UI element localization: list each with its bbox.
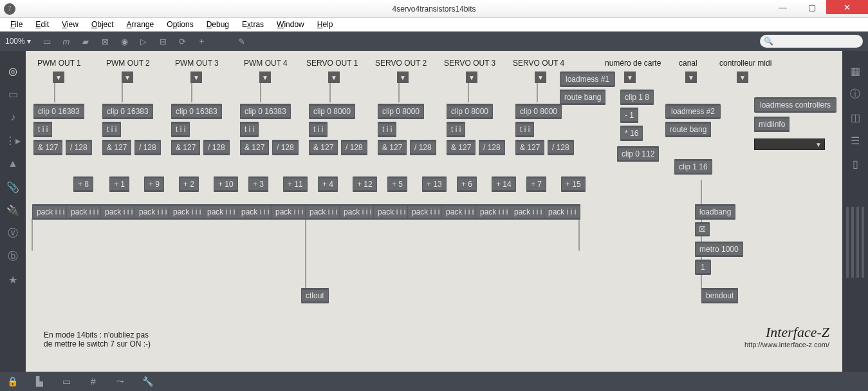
columns-icon[interactable]: ◫ [848,110,862,124]
node-clip-servo4[interactable]: clip 0 8000 [515,104,562,119]
inlet-servo2[interactable]: ▼ [397,72,409,83]
inlet-servo4[interactable]: ▼ [535,72,546,83]
pack-14[interactable]: pack i i i [476,204,512,220]
toolbar-icon-4[interactable]: ⊠ [98,34,112,48]
node-ti-pwm1[interactable]: t i i [33,122,52,137]
node-plus3[interactable]: + 3 [248,176,268,192]
node-plus9[interactable]: + 9 [144,176,164,192]
node-clip-servo3[interactable]: clip 0 8000 [447,104,493,119]
toolbar-icon-6[interactable]: ▷ [136,34,151,48]
node-div-servo4[interactable]: / 128 [548,140,574,155]
book-icon[interactable]: ▯ [848,157,862,171]
node-clip18[interactable]: clip 1 8 [620,90,654,105]
node-metro[interactable]: metro 1000 [695,242,743,257]
node-and-servo1[interactable]: & 127 [309,140,338,155]
palette-image-icon[interactable]: ▲ [6,157,20,171]
node-loadmess2[interactable]: loadmess #2 [665,104,721,119]
pack-6[interactable]: pack i i i [203,204,239,220]
toolbar-icon-2[interactable]: m [59,34,73,48]
palette-plug-icon[interactable]: 🔌 [6,203,20,217]
toolbar-icon-1[interactable]: ▭ [40,34,54,48]
node-plus1[interactable]: + 1 [109,176,129,192]
node-plus11[interactable]: + 11 [283,176,308,192]
node-clip-pwm3[interactable]: clip 0 16383 [171,104,222,119]
menu-debug[interactable]: Debug [201,19,234,30]
node-toggle[interactable]: ☒ [695,222,710,236]
menu-object[interactable]: Object [86,19,119,30]
node-loadbang[interactable]: loadbang [695,204,735,220]
node-loadmess1[interactable]: loadmess #1 [560,72,615,87]
grid-snap-icon[interactable]: # [86,374,100,388]
node-plus14[interactable]: + 14 [492,176,516,192]
node-div-servo1[interactable]: / 128 [341,140,367,155]
menu-extras[interactable]: Extras [237,19,269,30]
pack-10[interactable]: pack i i i [339,204,376,220]
palette-clip-icon[interactable]: 📎 [6,180,20,194]
node-and-pwm4[interactable]: & 127 [240,140,269,155]
minimize-button[interactable]: — [768,0,797,14]
inlet-midi[interactable]: ▼ [737,72,748,83]
grid-icon[interactable]: ▦ [848,64,862,78]
toolbar-icon-5[interactable]: ◉ [117,34,131,48]
wrench-icon[interactable]: 🔧 [140,374,154,388]
pack-15[interactable]: pack i i i [510,204,546,220]
node-ti-servo1[interactable]: t i i [309,122,328,137]
node-ti-servo2[interactable]: t i i [378,122,396,137]
pack-9[interactable]: pack i i i [305,204,342,220]
node-and-servo2[interactable]: & 127 [378,140,407,155]
node-and-servo3[interactable]: & 127 [447,140,476,155]
node-one[interactable]: 1 [695,260,711,275]
layers-icon[interactable]: ▙ [32,374,46,388]
pack-4[interactable]: pack i i i [134,204,171,220]
node-plus5[interactable]: + 5 [387,176,407,192]
node-and-pwm3[interactable]: & 127 [171,140,200,155]
node-routebang1[interactable]: route bang [560,90,605,105]
maximize-button[interactable]: ▢ [797,0,826,14]
node-plus12[interactable]: + 12 [353,176,377,192]
node-and-servo4[interactable]: & 127 [515,140,544,155]
inlet-channel[interactable]: ▼ [685,72,697,83]
inlet-pwm3[interactable]: ▼ [190,72,202,83]
node-div-pwm4[interactable]: / 128 [272,140,299,155]
lock-icon[interactable]: 🔒 [5,374,19,388]
node-plus13[interactable]: + 13 [422,176,447,192]
node-and-pwm2[interactable]: & 127 [102,140,131,155]
node-plus8[interactable]: + 8 [73,176,93,192]
inlet-pwm1[interactable]: ▼ [53,72,64,83]
inlet-pwm4[interactable]: ▼ [259,72,271,83]
node-ti-pwm4[interactable]: t i i [240,122,259,137]
node-bendout[interactable]: bendout [701,288,738,303]
node-plus15[interactable]: + 15 [561,176,586,192]
node-div-pwm1[interactable]: / 128 [66,140,92,155]
menu-options[interactable]: Options [162,19,198,30]
node-clip-servo2[interactable]: clip 0 8000 [378,104,424,119]
node-plus6[interactable]: + 6 [457,176,477,192]
node-clip-pwm4[interactable]: clip 0 16383 [240,104,291,119]
menu-window[interactable]: Window [272,19,309,30]
inlet-pwm2[interactable]: ▼ [122,72,133,83]
toolbar-icon-8[interactable]: ⟳ [175,34,189,48]
node-plus2[interactable]: + 2 [179,176,199,192]
close-button[interactable]: ✕ [826,0,868,14]
node-plus4[interactable]: + 4 [318,176,338,192]
node-div-servo2[interactable]: / 128 [410,140,436,155]
node-times16[interactable]: * 16 [620,126,643,141]
menu-edit[interactable]: Edit [30,19,54,30]
probe-icon[interactable]: ⤳ [113,374,127,388]
node-ti-servo4[interactable]: t i i [515,122,534,137]
pack-8[interactable]: pack i i i [271,204,308,220]
palette-step-icon[interactable]: ⋮▸ [6,133,20,148]
pack-7[interactable]: pack i i i [237,204,273,220]
node-clip-servo1[interactable]: clip 0 8000 [309,104,355,119]
present-icon[interactable]: ▭ [59,374,73,388]
node-plus7[interactable]: + 7 [526,176,546,192]
menu-help[interactable]: Help [312,19,338,30]
toolbar-icon-9[interactable]: ＋ [194,34,208,48]
palette-rect-icon[interactable]: ▭ [6,87,20,101]
search-input[interactable] [776,37,859,45]
node-clip-pwm1[interactable]: clip 0 16383 [33,104,84,119]
node-ti-pwm2[interactable]: t i i [102,122,121,137]
inlet-servo3[interactable]: ▼ [466,72,477,83]
node-midiinfo[interactable]: midiinfo [754,117,790,132]
inlet-servo1[interactable]: ▼ [328,72,340,83]
